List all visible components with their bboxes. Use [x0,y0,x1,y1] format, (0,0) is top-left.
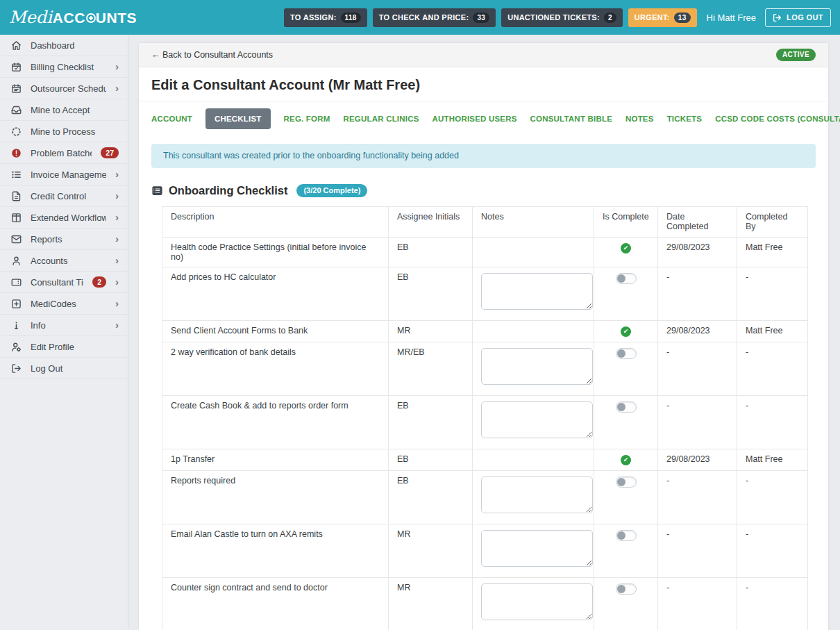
is-complete-toggle[interactable] [616,583,637,595]
row-assignee-initials: EB [389,449,473,471]
sidebar-item-accounts[interactable]: Accounts › [0,250,128,272]
notes-textarea[interactable] [481,476,593,513]
column-header-notes: Notes [473,207,594,238]
row-description: 1p Transfer [162,449,389,471]
sidebar-item-outsourcer-scheduling[interactable]: Outsourcer Scheduling › [0,78,128,99]
is-complete-toggle[interactable] [616,476,637,488]
sidebar-item-info[interactable]: Info › [0,315,128,336]
is-complete-toggle[interactable] [616,530,637,541]
row-completed-by: - [737,267,808,321]
chevron-right-icon: › [115,298,119,310]
checklist-row: Send Client Account Forms to BankMR✔29/0… [162,321,808,342]
tab-notes[interactable]: NOTES [625,115,654,123]
column-header-date-completed: Date Completed [658,207,737,238]
tab-account[interactable]: ACCOUNT [151,115,192,123]
row-assignee-initials: EB [389,267,473,321]
checklist-row: 2 way verification of bank detailsMR/EB-… [162,342,808,396]
tab-tickets[interactable]: TICKETS [667,115,703,123]
tab-authorised-users[interactable]: AUTHORISED USERS [432,115,517,123]
row-description: Reports required [162,471,389,524]
to-assign-button[interactable]: TO ASSIGN: 118 [284,8,367,27]
sidebar-item-mine-to-process[interactable]: Mine to Process [0,121,128,142]
user-greeting: Hi Matt Free [707,13,757,23]
checklist-row: Email Alan Castle to turn on AXA remitsM… [162,524,808,578]
row-description: Create Cash Book & add to reports order … [162,396,389,449]
row-is-complete-cell [594,396,658,449]
column-header-description: Description [162,207,389,238]
row-description: 2 way verification of bank details [162,342,389,396]
notes-textarea[interactable] [481,348,593,385]
row-assignee-initials: MR/EB [389,342,473,396]
chevron-right-icon: › [115,276,119,288]
tab-regular-clinics[interactable]: REGULAR CLINICS [343,115,419,123]
main-content: ← Back to Consultant Accounts ACTIVE Edi… [128,35,840,630]
user-gear-icon [10,341,22,352]
tab-checklist[interactable]: CHECKLIST [205,108,271,129]
urgent-button[interactable]: URGENT: 13 [628,8,697,27]
notes-textarea[interactable] [481,583,593,620]
checklist-row: Reports requiredEB-- [162,471,808,524]
home-icon [10,40,22,51]
checklist-table-body: Health code Practice Settings (initial b… [162,238,808,630]
row-date-completed: - [658,396,737,449]
tab-reg-form[interactable]: REG. FORM [284,115,330,123]
medical-circle-plus-icon [85,13,96,24]
notes-textarea[interactable] [481,401,593,438]
sidebar-item-dashboard[interactable]: Dashboard [0,35,128,56]
unactioned-tickets-button[interactable]: UNACTIONED TICKETS: 2 [501,8,623,27]
chevron-right-icon: › [115,320,119,331]
complete-check-icon: ✔ [621,326,631,337]
logout-button[interactable]: LOG OUT [765,8,831,27]
row-description: Email Alan Castle to turn on AXA remits [162,524,389,578]
envelope-icon [10,233,22,244]
row-notes-cell [473,267,594,321]
list-icon [10,169,22,180]
spinner-icon [10,126,22,137]
sidebar-item-billing-checklist[interactable]: Billing Checklist › [0,56,128,78]
to-check-and-price-button[interactable]: TO CHECK AND PRICE: 33 [373,8,496,27]
ticket-icon [10,276,22,288]
sidebar-item-edit-profile[interactable]: Edit Profile [0,336,128,358]
row-description: Send Client Account Forms to Bank [162,321,389,342]
tab-consultant-bible[interactable]: CONSULTANT BIBLE [530,115,612,123]
row-notes-cell [473,342,594,396]
tab-ccsd-code-costs[interactable]: CCSD CODE COSTS (CONSULTANT) [715,115,840,123]
urgent-count-badge: 13 [674,13,691,23]
to-assign-label: TO ASSIGN: [290,13,337,22]
row-assignee-initials: MR [389,321,473,342]
row-is-complete-cell: ✔ [594,321,658,342]
logo-medi-text: Medi [9,9,52,26]
sidebar-item-log-out[interactable]: Log Out [0,358,128,379]
row-completed-by: Matt Free [737,321,808,342]
is-complete-toggle[interactable] [616,273,637,284]
unactioned-tickets-count-badge: 2 [604,13,616,23]
checklist-table-container: Description Assignee Initials Notes Is C… [162,206,807,630]
is-complete-toggle[interactable] [616,401,637,413]
row-description: Counter sign contract and send to doctor [162,578,389,630]
sidebar-item-consultant-tickets[interactable]: Consultant Tickets 2 › [0,272,128,293]
alert-circle-icon [10,147,22,158]
notes-textarea[interactable] [481,530,593,567]
sidebar-item-credit-control[interactable]: Credit Control › [0,185,128,207]
row-description: Add prices to HC calculator [162,267,389,321]
back-to-consultant-accounts-link[interactable]: ← Back to Consultant Accounts [151,50,273,60]
consultant-tickets-count-badge: 2 [92,276,106,288]
sidebar-item-reports[interactable]: Reports › [0,229,128,250]
chevron-right-icon: › [115,233,119,245]
chevron-right-icon: › [115,190,119,202]
is-complete-toggle[interactable] [616,348,637,359]
sidebar-item-invoice-management[interactable]: Invoice Management › [0,164,128,185]
sidebar-item-problem-batches[interactable]: Problem Batches 27 [0,142,128,164]
column-header-is-complete: Is Complete [594,207,658,238]
row-notes-cell [473,238,594,267]
checklist-row: Add prices to HC calculatorEB-- [162,267,808,321]
row-date-completed: - [658,267,737,321]
row-assignee-initials: MR [389,524,473,578]
checklist-progress-badge: (3/20 Complete) [296,184,367,197]
sidebar-item-mine-to-accept[interactable]: Mine to Accept [0,99,128,121]
notes-textarea[interactable] [481,273,593,310]
sidebar-item-medicodes[interactable]: MediCodes › [0,293,128,315]
sidebar-item-extended-workflow[interactable]: Extended Workflow › [0,207,128,229]
to-check-and-price-label: TO CHECK AND PRICE: [379,13,469,22]
row-completed-by: - [737,342,808,396]
